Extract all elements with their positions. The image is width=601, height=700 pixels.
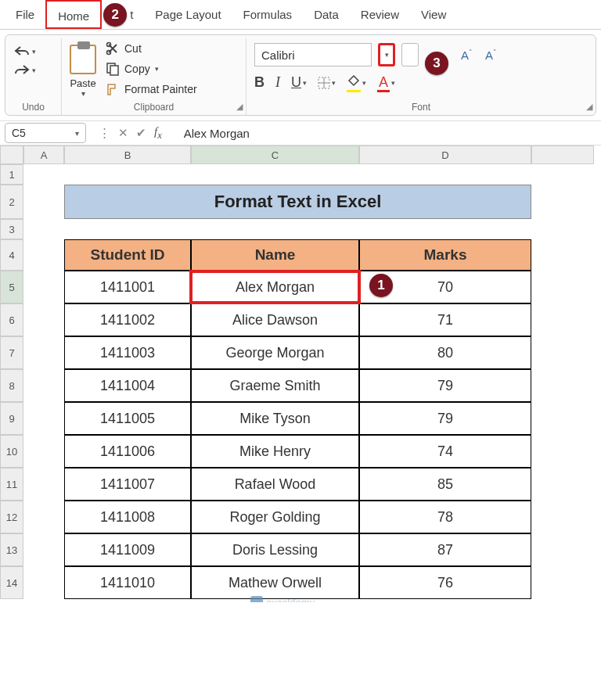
row-header[interactable]: 1 [0,164,23,185]
font-name-input[interactable]: Calibri [254,43,372,66]
col-header-A[interactable]: A [23,145,64,164]
borders-button[interactable]: ▾ [318,77,336,89]
cell[interactable]: 1411008 [64,501,191,533]
svg-rect-3 [110,66,118,75]
chevron-down-icon[interactable]: ▾ [155,65,159,73]
col-header-C[interactable]: C [191,145,359,164]
format-painter-label: Format Painter [124,83,197,95]
cell[interactable]: Alice Dawson [191,303,359,336]
dialog-launcher-icon[interactable]: ◢ [586,102,592,112]
chevron-down-icon[interactable]: ▾ [362,79,366,87]
cell[interactable]: Mathew Orwell [191,566,359,599]
accept-formula-button[interactable]: ✔ [136,126,146,140]
formula-input[interactable]: Alex Morgan [170,127,250,140]
cell[interactable]: 79 [359,402,531,435]
cell[interactable]: George Morgan [191,336,359,369]
font-size-dropdown[interactable] [401,43,419,66]
cell[interactable]: 79 [359,369,531,402]
cell[interactable]: 85 [359,468,531,501]
row-header[interactable]: 7 [0,336,23,369]
cell[interactable]: Mike Tyson [191,402,359,435]
row-header[interactable]: 10 [0,435,23,468]
cell[interactable]: 1411009 [64,533,191,566]
tab-insert-partial[interactable]: t [128,0,144,29]
chevron-down-icon[interactable]: ▾ [32,48,36,56]
tab-view[interactable]: View [410,0,457,29]
chevron-down-icon[interactable]: ▾ [303,79,307,87]
grow-font-button[interactable]: A˄ [458,47,476,63]
th-name[interactable]: Name [191,239,359,271]
cell[interactable]: Roger Golding [191,501,359,533]
tab-review[interactable]: Review [350,0,410,29]
cell[interactable]: 76 [359,566,531,599]
tab-home[interactable]: Home [45,0,102,29]
underline-button[interactable]: U▾ [291,74,307,91]
th-student-id[interactable]: Student ID [64,239,191,271]
cell[interactable]: Doris Lessing [191,533,359,566]
tab-data[interactable]: Data [303,0,350,29]
font-color-letter: A [379,74,388,90]
chevron-down-icon[interactable]: ▾ [32,66,36,74]
cell[interactable]: Graeme Smith [191,369,359,402]
chevron-down-icon[interactable]: ▾ [332,79,336,87]
cell[interactable]: 71 [359,303,531,336]
cell[interactable]: 1411001 [64,271,191,303]
name-box[interactable]: C5 ▾ [5,123,86,143]
undo-button[interactable]: ▾ [13,45,53,59]
th-marks[interactable]: Marks [359,239,531,271]
dialog-launcher-icon[interactable]: ◢ [236,102,243,112]
italic-button[interactable]: I [275,74,280,91]
title-cell[interactable]: Format Text in Excel [64,185,531,219]
cell[interactable]: 1411006 [64,435,191,468]
row-header[interactable]: 3 [0,219,23,239]
paste-button[interactable]: Paste ▾ [70,41,103,98]
paste-label: Paste [70,77,95,89]
cell[interactable]: 74 [359,435,531,468]
font-name-dropdown[interactable]: ▾ [378,43,395,66]
row-header[interactable]: 11 [0,468,23,501]
cell[interactable]: 1411002 [64,303,191,336]
row-header[interactable]: 8 [0,369,23,402]
fx-icon[interactable]: fx [154,125,162,142]
row-header[interactable]: 2 [0,185,23,219]
tab-page-layout[interactable]: Page Layout [144,0,232,29]
row-header[interactable]: 12 [0,501,23,533]
cut-button[interactable]: Cut [106,41,197,56]
cell[interactable]: 1411004 [64,369,191,402]
row-header[interactable]: 9 [0,402,23,435]
chevron-down-icon[interactable]: ▾ [391,79,395,87]
font-color-button[interactable]: A ▾ [377,74,395,91]
cell[interactable]: 1411003 [64,336,191,369]
cell[interactable]: 1411005 [64,402,191,435]
row-headers: 1 2 3 4 5 6 7 8 9 10 11 12 13 14 [0,164,23,602]
col-header-E[interactable] [531,145,594,164]
row-header[interactable]: 14 [0,566,23,599]
col-header-D[interactable]: D [359,145,531,164]
row-header[interactable]: 13 [0,533,23,566]
col-header-B[interactable]: B [64,145,191,164]
chevron-down-icon[interactable]: ▾ [75,129,79,138]
cell[interactable]: Mike Henry [191,435,359,468]
cell[interactable]: 80 [359,336,531,369]
bold-button[interactable]: B [254,74,265,91]
row-header[interactable]: 6 [0,303,23,336]
chevron-down-icon[interactable]: ▾ [81,89,85,98]
cancel-formula-button[interactable]: ✕ [118,126,128,140]
row-header[interactable]: 5 [0,271,23,303]
copy-button[interactable]: Copy ▾ [106,62,197,76]
cell[interactable]: Alex Morgan [191,271,359,303]
cell[interactable]: 1411010 [64,566,191,599]
format-painter-button[interactable]: Format Painter [106,82,197,96]
cell[interactable]: 1411007 [64,468,191,501]
tab-formulas[interactable]: Formulas [232,0,304,29]
row-header[interactable]: 4 [0,239,23,271]
cell[interactable]: 78 [359,501,531,533]
tab-file[interactable]: File [5,0,45,29]
select-all-corner[interactable] [0,145,23,164]
table-row: 1411001Alex Morgan70 [64,271,531,303]
shrink-font-button[interactable]: A˅ [482,47,500,63]
cell[interactable]: 87 [359,533,531,566]
fill-color-button[interactable]: ▾ [347,74,366,91]
cell[interactable]: Rafael Wood [191,468,359,501]
redo-button[interactable]: ▾ [13,63,53,77]
